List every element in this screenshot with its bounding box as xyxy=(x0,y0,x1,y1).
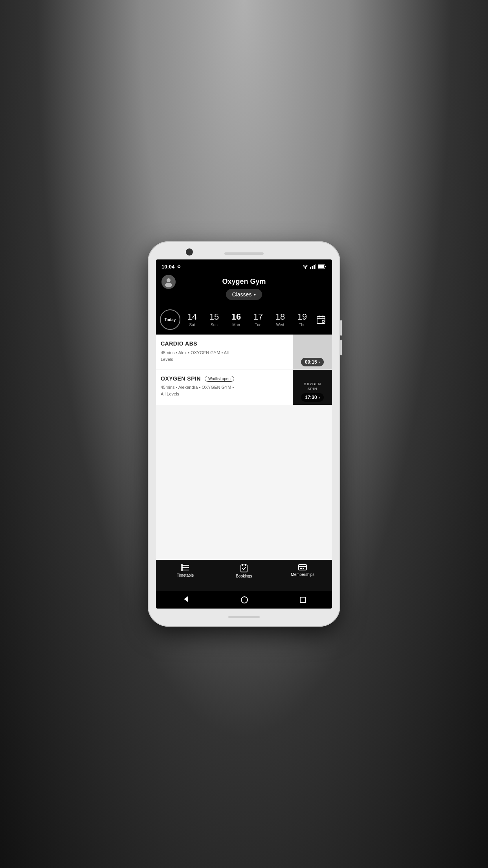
svg-rect-18 xyxy=(181,566,183,569)
nav-recents-button[interactable] xyxy=(300,597,306,603)
status-icons xyxy=(302,264,327,269)
day-label: Sat xyxy=(189,323,195,327)
class-time: 09:15 xyxy=(305,359,317,365)
signal-icon xyxy=(310,264,316,269)
day-15[interactable]: 15 Sun xyxy=(204,312,224,327)
today-label: Today xyxy=(165,318,176,322)
android-nav xyxy=(156,591,332,609)
svg-point-0 xyxy=(305,268,306,269)
gym-name: Oxygen Gym xyxy=(222,278,266,286)
avatar[interactable] xyxy=(161,275,176,289)
timetable-icon xyxy=(181,564,190,572)
day-number: 18 xyxy=(275,312,285,322)
nav-label-memberships: Memberships xyxy=(291,572,314,577)
day-number-selected: 16 xyxy=(231,312,241,322)
calendar-icon xyxy=(316,315,326,324)
waitlist-badge: Waitlist open xyxy=(205,376,234,382)
day-17[interactable]: 17 Tue xyxy=(248,312,268,327)
phone-speaker xyxy=(224,252,264,255)
nav-memberships[interactable]: Memberships xyxy=(273,564,332,577)
avatar-icon xyxy=(163,276,174,287)
class-title: OXYGEN SPIN xyxy=(161,375,201,382)
header: Oxygen Gym Classes ▾ xyxy=(156,274,332,306)
class-title: CARDIO ABS xyxy=(161,340,197,347)
svg-rect-6 xyxy=(318,265,324,268)
day-14[interactable]: 14 Sat xyxy=(182,312,202,327)
header-top: Oxygen Gym xyxy=(161,278,327,286)
class-card-oxygen-spin[interactable]: OXYGEN SPIN Waitlist open 45mins • Alexa… xyxy=(156,370,332,405)
svg-rect-3 xyxy=(314,265,315,269)
svg-rect-21 xyxy=(241,565,247,572)
day-label: Mon xyxy=(232,323,240,327)
day-number: 15 xyxy=(209,312,219,322)
thumb-text: OXYGENSPIN xyxy=(304,381,321,391)
class-name: CARDIO ABS xyxy=(161,340,288,347)
svg-rect-2 xyxy=(312,266,313,269)
class-thumbnail-spin: OXYGENSPIN 17:30 › xyxy=(293,370,332,405)
svg-point-8 xyxy=(167,278,171,282)
day-18[interactable]: 18 Wed xyxy=(270,312,290,327)
day-label: Wed xyxy=(276,323,284,327)
svg-rect-4 xyxy=(316,264,317,269)
class-time-pill[interactable]: 09:15 › xyxy=(301,358,324,366)
bottom-nav: Timetable Bookings Memberships xyxy=(156,560,332,591)
back-icon xyxy=(182,596,189,603)
memberships-icon xyxy=(298,564,307,571)
class-details-line2: All Levels xyxy=(161,392,179,396)
class-info: OXYGEN SPIN Waitlist open 45mins • Alexa… xyxy=(156,370,293,405)
class-details-line1: 45mins • Alex • OXYGEN GYM • All xyxy=(161,350,229,355)
classes-label: Classes xyxy=(232,291,252,298)
class-thumbnail-cardio: 09:15 › xyxy=(293,335,332,370)
nav-label-bookings: Bookings xyxy=(236,574,252,578)
volume-up-button[interactable] xyxy=(340,320,342,336)
nav-bookings[interactable]: Bookings xyxy=(215,564,273,578)
svg-rect-16 xyxy=(181,564,183,566)
classes-list: CARDIO ABS 45mins • Alex • OXYGEN GYM • … xyxy=(156,335,332,560)
screen: 10:04 ⚙ xyxy=(156,259,332,609)
day-number: 17 xyxy=(253,312,263,322)
classes-dropdown-button[interactable]: Classes ▾ xyxy=(226,289,262,300)
svg-point-9 xyxy=(165,283,172,287)
class-details-line1: 45mins • Alexandra • OXYGEN GYM • xyxy=(161,385,234,390)
day-label: Sun xyxy=(211,323,218,327)
svg-rect-7 xyxy=(325,266,327,267)
today-button[interactable]: Today xyxy=(160,309,180,330)
settings-icon: ⚙ xyxy=(177,264,181,269)
class-time-pill[interactable]: 17:30 › xyxy=(301,393,324,402)
day-number: 14 xyxy=(187,312,197,322)
day-16[interactable]: 16 Mon xyxy=(226,312,246,327)
day-number: 19 xyxy=(297,312,307,322)
svg-rect-1 xyxy=(310,267,311,269)
svg-marker-28 xyxy=(184,596,188,602)
chevron-down-icon: ▾ xyxy=(254,292,256,297)
svg-rect-24 xyxy=(299,565,306,570)
status-time: 10:04 xyxy=(161,264,174,270)
class-details-line2: Levels xyxy=(161,357,173,362)
wifi-icon xyxy=(302,264,308,269)
time-chevron-icon: › xyxy=(319,360,320,364)
class-info: CARDIO ABS 45mins • Alex • OXYGEN GYM • … xyxy=(156,335,293,370)
class-card-cardio-abs[interactable]: CARDIO ABS 45mins • Alex • OXYGEN GYM • … xyxy=(156,335,332,370)
volume-down-button[interactable] xyxy=(340,340,342,355)
time-chevron-icon: › xyxy=(319,395,320,400)
status-left: 10:04 ⚙ xyxy=(161,264,181,270)
class-details: 45mins • Alexandra • OXYGEN GYM • All Le… xyxy=(161,384,288,397)
class-time: 17:30 xyxy=(305,395,317,400)
status-bar: 10:04 ⚙ xyxy=(156,259,332,274)
nav-home-button[interactable] xyxy=(241,596,248,603)
nav-timetable[interactable]: Timetable xyxy=(156,564,215,577)
phone-bottom-bar xyxy=(228,616,260,618)
nav-back-button[interactable] xyxy=(182,596,189,604)
bookings-icon xyxy=(240,564,248,572)
day-label: Thu xyxy=(299,323,305,327)
battery-icon xyxy=(318,264,327,269)
classes-dropdown: Classes ▾ xyxy=(161,289,327,300)
phone-camera xyxy=(186,248,193,256)
class-name-row: OXYGEN SPIN Waitlist open xyxy=(161,375,288,382)
day-label: Tue xyxy=(255,323,262,327)
calendar-row: Today 14 Sat 15 Sun 16 Mon 17 Tue 18 Wed xyxy=(156,306,332,335)
calendar-picker-button[interactable] xyxy=(314,313,328,327)
class-details: 45mins • Alex • OXYGEN GYM • All Levels xyxy=(161,349,288,362)
day-19[interactable]: 19 Thu xyxy=(292,312,312,327)
nav-label-timetable: Timetable xyxy=(177,573,194,577)
